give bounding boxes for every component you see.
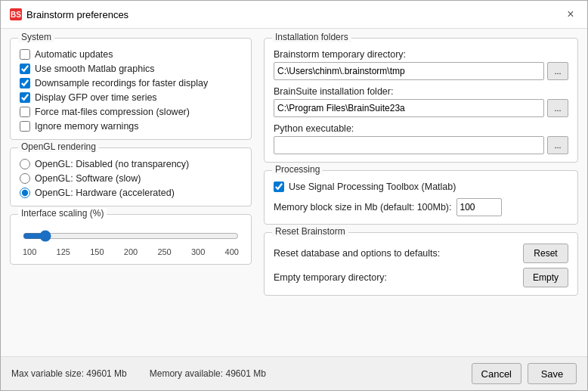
slider-container: 100 125 150 200 250 300 400 (20, 228, 242, 256)
ignore-memory-label[interactable]: Ignore memory warnings (35, 121, 139, 132)
slider-label-150: 150 (90, 247, 104, 256)
mat-compression-label[interactable]: Force mat-files compression (slower) (35, 107, 190, 117)
installation-section-title: Installation folders (272, 32, 351, 42)
smooth-matlab-checkbox[interactable] (20, 64, 30, 74)
footer: Max variable size: 49601 Mb Memory avail… (1, 356, 587, 390)
slider-label-100: 100 (23, 247, 36, 256)
checkbox-mat-compression: Force mat-files compression (slower) (20, 107, 242, 117)
brainsuite-input-row: ... (274, 99, 568, 117)
checkbox-smooth-matlab: Use smooth Matlab graphics (20, 64, 242, 74)
dialog-title: Brainstorm preferences (26, 9, 128, 20)
reset-database-label: Reset database and options to defaults: (274, 248, 440, 259)
empty-tmp-row: Empty temporary directory: Empty (274, 268, 568, 287)
memory-label: Memory block size in Mb (default: 100Mb)… (274, 202, 452, 213)
ignore-memory-checkbox[interactable] (20, 121, 30, 132)
auto-updates-label[interactable]: Automatic updates (35, 49, 113, 60)
downsample-label[interactable]: Downsample recordings for faster display (35, 78, 208, 88)
title-bar: BS Brainstorm preferences × (1, 1, 587, 29)
brainsuite-field: BrainSuite installation folder: ... (274, 86, 568, 117)
brainsuite-input[interactable] (274, 99, 544, 117)
brainsuite-browse[interactable]: ... (547, 99, 568, 117)
signal-toolbox-label[interactable]: Use Signal Processing Toolbox (Matlab) (289, 182, 456, 192)
installation-section: Installation folders Brainstorm temporar… (264, 38, 578, 163)
radio-gl-disabled: OpenGL: Disabled (no transparency) (20, 159, 242, 169)
system-section: System Automatic updates Use smooth Matl… (10, 38, 252, 140)
system-section-title: System (18, 32, 54, 42)
title-bar-left: BS Brainstorm preferences (10, 8, 128, 20)
gl-disabled-radio[interactable] (20, 159, 30, 169)
brainstorm-tmp-label: Brainstorm temporary directory: (274, 49, 568, 60)
scaling-section-title: Interface scaling (%) (18, 208, 107, 219)
gfp-checkbox[interactable] (20, 92, 30, 103)
right-panel: Installation folders Brainstorm temporar… (264, 38, 578, 347)
processing-section-title: Processing (272, 164, 323, 175)
opengl-section: OpenGL rendering OpenGL: Disabled (no tr… (10, 147, 252, 206)
reset-section: Reset Brainstorm Reset database and opti… (264, 232, 578, 296)
brainstorm-tmp-input-row: ... (274, 62, 568, 80)
gfp-label[interactable]: Display GFP over time series (35, 92, 157, 103)
main-content: System Automatic updates Use smooth Matl… (1, 29, 587, 356)
opengl-section-title: OpenGL rendering (18, 141, 99, 152)
slider-label-400: 400 (225, 247, 239, 256)
gl-hardware-label[interactable]: OpenGL: Hardware (accelerated) (35, 188, 175, 198)
reset-section-title: Reset Brainstorm (272, 226, 348, 237)
memory-available: Memory available: 49601 Mb (150, 368, 266, 379)
gl-hardware-radio[interactable] (20, 188, 30, 198)
downsample-checkbox[interactable] (20, 78, 30, 88)
checkbox-signal-toolbox: Use Signal Processing Toolbox (Matlab) (274, 182, 568, 192)
reset-button[interactable]: Reset (523, 244, 568, 263)
slider-label-200: 200 (124, 247, 138, 256)
checkbox-downsample: Downsample recordings for faster display (20, 78, 242, 88)
brainstorm-tmp-input[interactable] (274, 62, 544, 80)
save-button[interactable]: Save (528, 363, 577, 384)
python-browse[interactable]: ... (547, 136, 568, 154)
python-input[interactable] (274, 136, 544, 154)
scaling-section: Interface scaling (%) 100 125 150 200 25… (10, 214, 252, 265)
checkbox-gfp: Display GFP over time series (20, 92, 242, 103)
checkbox-ignore-memory: Ignore memory warnings (20, 121, 242, 132)
brainstorm-tmp-field: Brainstorm temporary directory: ... (274, 49, 568, 80)
radio-gl-hardware: OpenGL: Hardware (accelerated) (20, 188, 242, 198)
brainstorm-tmp-browse[interactable]: ... (547, 62, 568, 80)
smooth-matlab-label[interactable]: Use smooth Matlab graphics (35, 64, 154, 74)
memory-row: Memory block size in Mb (default: 100Mb)… (274, 198, 568, 216)
processing-section: Processing Use Signal Processing Toolbox… (264, 170, 578, 225)
python-input-row: ... (274, 136, 568, 154)
gl-software-radio[interactable] (20, 173, 30, 184)
gl-disabled-label[interactable]: OpenGL: Disabled (no transparency) (35, 159, 189, 169)
checkbox-auto-updates: Automatic updates (20, 49, 242, 60)
empty-button[interactable]: Empty (523, 268, 568, 287)
left-panel: System Automatic updates Use smooth Matl… (10, 38, 252, 347)
cancel-button[interactable]: Cancel (472, 363, 521, 384)
brainstorm-preferences-dialog: BS Brainstorm preferences × System Autom… (0, 0, 588, 391)
radio-gl-software: OpenGL: Software (slow) (20, 173, 242, 184)
mat-compression-checkbox[interactable] (20, 107, 30, 117)
footer-info: Max variable size: 49601 Mb Memory avail… (11, 368, 266, 379)
empty-tmp-label: Empty temporary directory: (274, 272, 387, 283)
brainsuite-label: BrainSuite installation folder: (274, 86, 568, 97)
memory-input[interactable] (456, 198, 502, 216)
app-icon: BS (10, 8, 22, 20)
python-field: Python executable: ... (274, 123, 568, 154)
scaling-slider[interactable] (23, 228, 239, 244)
max-variable-size: Max variable size: 49601 Mb (11, 368, 127, 379)
reset-database-row: Reset database and options to defaults: … (274, 244, 568, 263)
slider-labels: 100 125 150 200 250 300 400 (23, 247, 239, 256)
close-button[interactable]: × (563, 7, 578, 22)
slider-label-300: 300 (191, 247, 205, 256)
auto-updates-checkbox[interactable] (20, 49, 30, 60)
slider-label-250: 250 (157, 247, 171, 256)
gl-software-label[interactable]: OpenGL: Software (slow) (35, 173, 141, 184)
signal-toolbox-checkbox[interactable] (274, 182, 284, 192)
slider-label-125: 125 (57, 247, 70, 256)
python-label: Python executable: (274, 123, 568, 134)
footer-buttons: Cancel Save (472, 363, 577, 384)
